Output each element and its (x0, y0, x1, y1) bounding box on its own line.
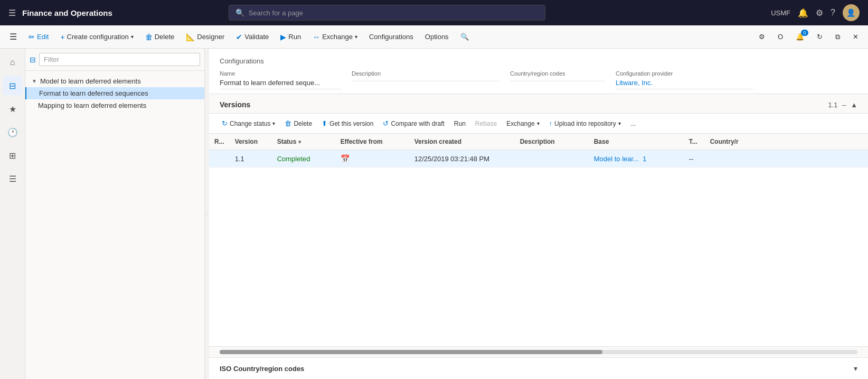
settings-icon[interactable]: ⚙ (816, 8, 823, 18)
validate-icon: ✔ (236, 33, 242, 41)
list-icon[interactable]: ☰ (3, 169, 22, 188)
version-indicator: 1.1 (828, 101, 837, 109)
base-link[interactable]: Model to lear... (594, 155, 639, 163)
col-country: Country/r (705, 134, 868, 150)
config-header: Configurations Name Format to learn defe… (209, 49, 868, 94)
config-fields: Name Format to learn deferred seque... D… (220, 70, 857, 89)
tree-item-mapping-label: Mapping to learn deferred elements (38, 101, 146, 109)
provider-field: Configuration provider Litware, Inc. (616, 70, 763, 89)
search-input[interactable] (249, 9, 539, 17)
description-value (352, 79, 499, 81)
collapse-versions-icon[interactable]: ▲ (851, 101, 857, 109)
horizontal-scrollbar[interactable] (220, 350, 857, 354)
versions-delete-button[interactable]: 🗑 Delete (280, 117, 316, 130)
nav-menu-icon: ☰ (10, 32, 17, 42)
search-icon: 🔍 (235, 8, 244, 17)
versions-table: R... Version Status ▾ Effective from Ver… (209, 134, 868, 346)
edit-button[interactable]: ✏ Edit (23, 30, 54, 44)
app-title: Finance and Operations (22, 8, 112, 17)
favorite-icon[interactable]: ★ (3, 99, 22, 118)
cell-effective-from: 📅 (335, 150, 409, 168)
rebase-button: Rebase (471, 117, 501, 130)
cell-status: Completed (272, 150, 335, 168)
more-button[interactable]: ... (626, 117, 640, 130)
search-cmd-button[interactable]: 🔍 (455, 30, 474, 44)
search-cmd-icon: 🔍 (460, 33, 469, 41)
exchange-chevron-icon: ▾ (355, 34, 357, 40)
office-button[interactable]: O (772, 30, 788, 44)
change-status-icon: ↻ (222, 119, 228, 127)
close-button[interactable]: ✕ (847, 30, 864, 44)
upload-repository-button[interactable]: ↑ Upload into repository ▾ (545, 117, 625, 130)
tree-item-mapping[interactable]: Mapping to learn deferred elements (25, 99, 204, 112)
versions-toolbar: ↻ Change status ▾ 🗑 Delete ⬆ Get this ve… (209, 114, 868, 134)
col-status[interactable]: Status ▾ (272, 134, 335, 150)
help-icon[interactable]: ? (831, 8, 835, 17)
scrollbar-thumb (220, 350, 602, 354)
table-row[interactable]: 1.1 Completed 📅 12/25/2019 03:21:48 PM M… (209, 150, 868, 168)
cell-description (515, 150, 589, 168)
run-button[interactable]: ▶ Run (275, 30, 306, 44)
versions-exchange-button[interactable]: Exchange ▾ (502, 117, 543, 130)
cell-version-created: 12/25/2019 03:21:48 PM (409, 150, 515, 168)
edit-icon: ✏ (29, 33, 35, 41)
configurations-button[interactable]: Configurations (364, 30, 419, 44)
compare-with-draft-button[interactable]: ↺ Compare with draft (379, 117, 448, 130)
country-label: Country/region codes (510, 70, 605, 77)
settings-cmd-button[interactable]: ⚙ (753, 30, 770, 44)
filter-status-icon: ▾ (298, 139, 301, 145)
col-version: Version (230, 134, 272, 150)
notification-cmd-button[interactable]: 🔔 0 (790, 30, 809, 44)
col-t: T... (684, 134, 705, 150)
tree-item-model[interactable]: ▼ Model to learn deferred elements (25, 75, 204, 87)
options-button[interactable]: Options (420, 30, 454, 44)
search-box[interactable]: 🔍 (229, 5, 545, 21)
main-layout: ⌂ ⊟ ★ 🕐 ⊞ ☰ ⊟ ▼ Model to learn deferred … (0, 49, 868, 379)
change-status-button[interactable]: ↻ Change status ▾ (218, 117, 279, 130)
name-value: Format to learn deferred seque... (220, 79, 341, 89)
iso-section[interactable]: ISO Country/region codes ▾ (209, 357, 868, 379)
collapse-icon[interactable]: ▼ (32, 78, 37, 84)
country-field: Country/region codes (510, 70, 616, 89)
notification-icon[interactable]: 🔔 (798, 8, 808, 18)
nav-menu-button[interactable]: ☰ (4, 29, 22, 45)
cell-t: -- (684, 150, 705, 168)
exchange-icon: ↔ (313, 33, 320, 41)
designer-button[interactable]: 📐 Designer (181, 30, 230, 44)
cell-r (209, 150, 230, 168)
home-icon[interactable]: ⌂ (3, 53, 22, 72)
upload-chevron-icon: ▾ (618, 121, 621, 126)
workspace-icon[interactable]: ⊞ (3, 146, 22, 165)
delete-button[interactable]: 🗑 Delete (140, 30, 180, 44)
avatar[interactable]: 👤 (843, 4, 860, 21)
vertical-divider[interactable]: ⋮ (205, 49, 209, 379)
iso-title: ISO Country/region codes (220, 365, 304, 373)
delete-icon: 🗑 (145, 33, 153, 41)
tree-item-label: Model to learn deferred elements (40, 77, 141, 85)
filter-icon[interactable]: ⊟ (3, 76, 22, 95)
recent-icon[interactable]: 🕐 (3, 123, 22, 142)
tree-item-format[interactable]: Format to learn deferred sequences (25, 87, 204, 99)
versions-controls: 1.1 -- ▲ (828, 101, 857, 109)
cell-version: 1.1 (230, 150, 272, 168)
provider-value[interactable]: Litware, Inc. (616, 79, 753, 89)
exchange-button[interactable]: ↔ Exchange ▾ (307, 30, 363, 44)
restore-button[interactable]: ⧉ (830, 30, 845, 44)
scroll-section (209, 346, 868, 357)
get-this-version-button[interactable]: ⬆ Get this version (317, 117, 378, 130)
upload-icon: ↑ (549, 119, 553, 127)
create-configuration-button[interactable]: + Create configuration ▾ (55, 30, 138, 44)
chevron-down-icon: ▾ (131, 34, 134, 40)
versions-run-button[interactable]: Run (450, 117, 470, 130)
filter-input[interactable] (39, 53, 200, 66)
refresh-button[interactable]: ↻ (812, 30, 828, 44)
command-bar: ☰ ✏ Edit + Create configuration ▾ 🗑 Dele… (0, 25, 868, 49)
col-version-created: Version created (409, 134, 515, 150)
version-dash: -- (842, 101, 846, 109)
hamburger-icon[interactable]: ☰ (8, 8, 16, 18)
left-panel: ⊟ ▼ Model to learn deferred elements For… (25, 49, 205, 379)
validate-button[interactable]: ✔ Validate (231, 30, 274, 44)
base-version-link[interactable]: 1 (643, 155, 646, 163)
compare-icon: ↺ (383, 119, 389, 127)
add-icon: + (60, 33, 64, 41)
